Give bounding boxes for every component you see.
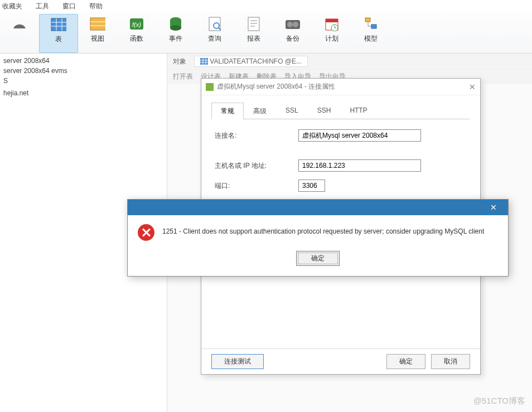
main-toolbar: 表 视图 f(x) 函数 事件 查询 报表 备份 计划 模型: [0, 12, 532, 54]
event-icon: [168, 16, 183, 32]
tool-view-label: 视图: [91, 34, 104, 43]
error-titlebar[interactable]: ✕: [128, 200, 508, 215]
object-label[interactable]: 对象: [173, 57, 186, 66]
tree-item[interactable]: S: [3, 76, 163, 86]
tool-view[interactable]: 视图: [78, 14, 117, 53]
navicat-icon: [206, 83, 214, 91]
error-message: 1251 - Client does not support authentic…: [162, 224, 484, 236]
svg-rect-5: [90, 18, 105, 30]
backup-icon: [285, 16, 301, 32]
tool-query[interactable]: 查询: [195, 14, 234, 53]
tree-item[interactable]: server 2008x64 evms: [3, 66, 163, 76]
svg-point-22: [293, 22, 298, 27]
tool-event-label: 事件: [169, 34, 182, 43]
tab-ssh[interactable]: SSH: [308, 103, 341, 119]
svg-rect-29: [371, 25, 376, 28]
svg-rect-28: [365, 18, 370, 22]
host-input[interactable]: [298, 159, 421, 172]
tool-backup-label: 备份: [286, 34, 299, 43]
tool-report-label: 报表: [247, 34, 260, 43]
menu-window[interactable]: 窗口: [62, 2, 76, 11]
object-tab-row: 对象 VALIDATEATTACHINFO @E...: [167, 54, 532, 70]
menu-tools[interactable]: 工具: [36, 2, 49, 11]
port-input[interactable]: [298, 180, 325, 192]
svg-rect-32: [200, 58, 208, 65]
tool-table-label: 表: [55, 35, 62, 44]
schedule-icon: [324, 16, 340, 32]
tool-event[interactable]: 事件: [156, 14, 195, 53]
tool-function-label: 函数: [130, 34, 143, 43]
object-tab-label: VALIDATEATTACHINFO @E...: [210, 57, 302, 65]
report-icon: [246, 16, 262, 32]
dialog-tabs: 常规 高级 SSL SSH HTTP: [211, 102, 470, 119]
tab-http[interactable]: HTTP: [340, 103, 376, 119]
svg-rect-0: [51, 18, 66, 31]
svg-text:f(x): f(x): [132, 21, 141, 28]
close-icon[interactable]: ✕: [469, 83, 476, 91]
ok-button[interactable]: 确定: [386, 354, 425, 369]
tree-item[interactable]: hejia.net: [3, 88, 163, 98]
connection-icon: [12, 16, 27, 32]
query-icon: [207, 16, 223, 32]
port-label: 端口:: [215, 181, 298, 191]
error-close-icon[interactable]: ✕: [482, 201, 505, 214]
tool-model[interactable]: 模型: [351, 14, 390, 53]
error-buttons: 确定: [128, 246, 508, 276]
action-open-table[interactable]: 打开表: [173, 72, 193, 81]
tab-general[interactable]: 常规: [211, 103, 244, 119]
tab-ssl[interactable]: SSL: [276, 103, 308, 119]
tool-query-label: 查询: [208, 34, 221, 43]
tool-schedule-label: 计划: [325, 34, 338, 43]
dialog-title: 虚拟机Mysql server 2008x64 - 连接属性: [217, 82, 335, 91]
tab-advanced[interactable]: 高级: [244, 103, 276, 119]
model-icon: [363, 16, 379, 32]
tool-schedule[interactable]: 计划: [312, 14, 351, 53]
error-body: 1251 - Client does not support authentic…: [128, 215, 508, 246]
object-tab[interactable]: VALIDATEATTACHINFO @E...: [194, 56, 308, 67]
watermark: @51CTO博客: [473, 396, 525, 406]
dialog-titlebar[interactable]: 虚拟机Mysql server 2008x64 - 连接属性 ✕: [201, 79, 480, 95]
menu-help[interactable]: 帮助: [89, 2, 103, 11]
error-dialog: ✕ 1251 - Client does not support authent…: [127, 199, 509, 277]
tool-report[interactable]: 报表: [234, 14, 273, 53]
conn-name-label: 连接名:: [215, 131, 298, 140]
svg-rect-16: [248, 17, 259, 31]
table-small-icon: [200, 58, 208, 65]
test-connection-button[interactable]: 连接测试: [211, 354, 264, 369]
view-icon: [90, 16, 105, 32]
tree-item[interactable]: server 2008x64: [3, 56, 163, 66]
svg-point-21: [287, 22, 293, 27]
svg-point-12: [170, 25, 181, 31]
function-icon: f(x): [129, 16, 144, 32]
cancel-button[interactable]: 取消: [431, 354, 470, 369]
dialog-footer: 连接测试 确定 取消: [201, 348, 480, 374]
menu-favorites[interactable]: 收藏夹: [2, 2, 22, 11]
tool-connection[interactable]: [0, 14, 39, 53]
error-ok-button[interactable]: 确定: [296, 251, 340, 266]
table-icon: [51, 17, 66, 32]
host-label: 主机名或 IP 地址:: [215, 161, 298, 171]
tool-model-label: 模型: [364, 34, 378, 43]
error-icon: [138, 224, 154, 241]
svg-rect-24: [326, 19, 338, 22]
tool-table[interactable]: 表: [39, 14, 78, 53]
tool-function[interactable]: f(x) 函数: [117, 14, 156, 53]
tool-backup[interactable]: 备份: [273, 14, 312, 53]
menu-bar: 收藏夹 工具 窗口 帮助: [0, 0, 532, 12]
conn-name-input[interactable]: [298, 129, 421, 142]
